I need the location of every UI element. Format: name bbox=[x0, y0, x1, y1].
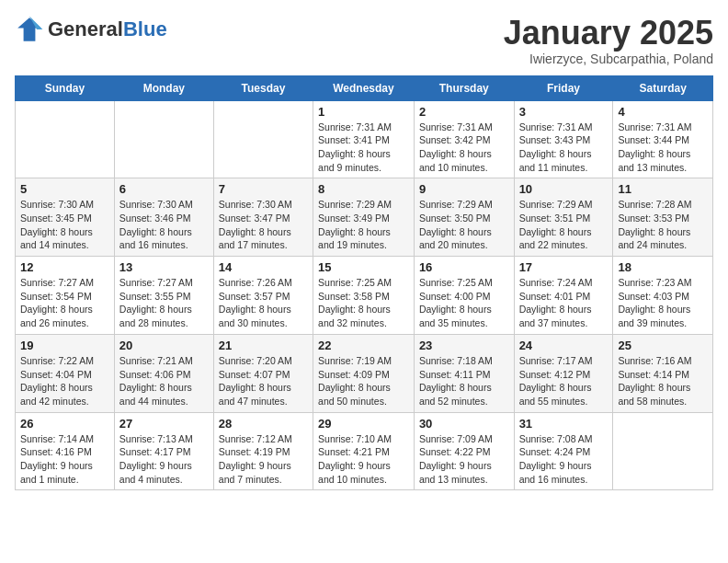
week-row-2: 5Sunrise: 7:30 AM Sunset: 3:45 PM Daylig… bbox=[16, 178, 713, 257]
day-number: 27 bbox=[119, 417, 209, 431]
week-row-4: 19Sunrise: 7:22 AM Sunset: 4:04 PM Dayli… bbox=[16, 334, 713, 412]
day-detail: Sunrise: 7:29 AM Sunset: 3:50 PM Dayligh… bbox=[419, 198, 509, 252]
day-detail: Sunrise: 7:29 AM Sunset: 3:51 PM Dayligh… bbox=[519, 198, 609, 252]
day-detail: Sunrise: 7:31 AM Sunset: 3:41 PM Dayligh… bbox=[318, 121, 409, 175]
day-cell: 28Sunrise: 7:12 AM Sunset: 4:19 PM Dayli… bbox=[213, 412, 313, 490]
day-number: 5 bbox=[20, 182, 109, 196]
day-number: 2 bbox=[419, 105, 509, 119]
day-cell: 7Sunrise: 7:30 AM Sunset: 3:47 PM Daylig… bbox=[213, 178, 313, 257]
page-header: GeneralBlue January 2025 Iwierzyce, Subc… bbox=[15, 15, 713, 66]
day-number: 1 bbox=[318, 105, 409, 119]
day-number: 15 bbox=[318, 260, 409, 274]
day-detail: Sunrise: 7:13 AM Sunset: 4:17 PM Dayligh… bbox=[119, 432, 209, 487]
day-detail: Sunrise: 7:08 AM Sunset: 4:24 PM Dayligh… bbox=[519, 432, 609, 487]
day-number: 22 bbox=[318, 339, 409, 352]
day-detail: Sunrise: 7:18 AM Sunset: 4:11 PM Dayligh… bbox=[419, 354, 509, 408]
day-detail: Sunrise: 7:21 AM Sunset: 4:06 PM Dayligh… bbox=[119, 354, 209, 408]
day-number: 19 bbox=[20, 339, 109, 352]
day-cell: 19Sunrise: 7:22 AM Sunset: 4:04 PM Dayli… bbox=[16, 334, 115, 412]
day-cell: 8Sunrise: 7:29 AM Sunset: 3:49 PM Daylig… bbox=[313, 178, 415, 257]
day-detail: Sunrise: 7:12 AM Sunset: 4:19 PM Dayligh… bbox=[219, 432, 308, 487]
day-cell: 18Sunrise: 7:23 AM Sunset: 4:03 PM Dayli… bbox=[613, 257, 713, 335]
title-block: January 2025 Iwierzyce, Subcarpathia, Po… bbox=[504, 15, 713, 66]
calendar-header: SundayMondayTuesdayWednesdayThursdayFrid… bbox=[16, 75, 713, 100]
day-number: 23 bbox=[419, 339, 509, 352]
day-cell: 27Sunrise: 7:13 AM Sunset: 4:17 PM Dayli… bbox=[114, 412, 213, 490]
day-detail: Sunrise: 7:30 AM Sunset: 3:47 PM Dayligh… bbox=[219, 198, 308, 252]
day-number: 28 bbox=[219, 417, 308, 431]
calendar-table: SundayMondayTuesdayWednesdayThursdayFrid… bbox=[15, 75, 713, 491]
day-detail: Sunrise: 7:23 AM Sunset: 4:03 PM Dayligh… bbox=[618, 276, 708, 330]
day-detail: Sunrise: 7:28 AM Sunset: 3:53 PM Dayligh… bbox=[618, 198, 708, 252]
day-number: 10 bbox=[519, 182, 609, 196]
day-number: 29 bbox=[318, 417, 409, 431]
header-cell-tuesday: Tuesday bbox=[213, 75, 313, 100]
day-cell: 15Sunrise: 7:25 AM Sunset: 3:58 PM Dayli… bbox=[313, 257, 415, 335]
day-cell: 11Sunrise: 7:28 AM Sunset: 3:53 PM Dayli… bbox=[613, 178, 713, 257]
week-row-3: 12Sunrise: 7:27 AM Sunset: 3:54 PM Dayli… bbox=[16, 257, 713, 335]
header-cell-friday: Friday bbox=[514, 75, 613, 100]
day-cell: 2Sunrise: 7:31 AM Sunset: 3:42 PM Daylig… bbox=[414, 100, 514, 178]
day-detail: Sunrise: 7:30 AM Sunset: 3:46 PM Dayligh… bbox=[119, 198, 209, 252]
day-cell: 6Sunrise: 7:30 AM Sunset: 3:46 PM Daylig… bbox=[114, 178, 213, 257]
header-cell-saturday: Saturday bbox=[613, 75, 713, 100]
day-detail: Sunrise: 7:16 AM Sunset: 4:14 PM Dayligh… bbox=[618, 354, 708, 408]
day-number: 14 bbox=[219, 260, 308, 274]
day-number: 26 bbox=[20, 417, 109, 431]
day-cell bbox=[613, 412, 713, 490]
day-cell: 24Sunrise: 7:17 AM Sunset: 4:12 PM Dayli… bbox=[514, 334, 613, 412]
day-detail: Sunrise: 7:27 AM Sunset: 3:55 PM Dayligh… bbox=[119, 276, 209, 330]
day-number: 4 bbox=[618, 105, 708, 119]
day-detail: Sunrise: 7:31 AM Sunset: 3:43 PM Dayligh… bbox=[519, 121, 609, 175]
week-row-5: 26Sunrise: 7:14 AM Sunset: 4:16 PM Dayli… bbox=[16, 412, 713, 490]
day-detail: Sunrise: 7:31 AM Sunset: 3:42 PM Dayligh… bbox=[419, 121, 509, 175]
day-cell: 9Sunrise: 7:29 AM Sunset: 3:50 PM Daylig… bbox=[414, 178, 514, 257]
logo-icon bbox=[15, 15, 44, 44]
day-number: 12 bbox=[20, 260, 109, 274]
day-detail: Sunrise: 7:24 AM Sunset: 4:01 PM Dayligh… bbox=[519, 276, 609, 330]
day-number: 6 bbox=[119, 182, 209, 196]
day-detail: Sunrise: 7:10 AM Sunset: 4:21 PM Dayligh… bbox=[318, 432, 409, 487]
day-detail: Sunrise: 7:27 AM Sunset: 3:54 PM Dayligh… bbox=[20, 276, 109, 330]
day-cell bbox=[16, 100, 115, 178]
logo-blue-text: Blue bbox=[123, 17, 167, 40]
day-number: 17 bbox=[519, 260, 609, 274]
day-cell: 30Sunrise: 7:09 AM Sunset: 4:22 PM Dayli… bbox=[414, 412, 514, 490]
header-cell-wednesday: Wednesday bbox=[313, 75, 415, 100]
day-cell: 10Sunrise: 7:29 AM Sunset: 3:51 PM Dayli… bbox=[514, 178, 613, 257]
day-detail: Sunrise: 7:22 AM Sunset: 4:04 PM Dayligh… bbox=[20, 354, 109, 408]
day-detail: Sunrise: 7:30 AM Sunset: 3:45 PM Dayligh… bbox=[20, 198, 109, 252]
day-cell: 31Sunrise: 7:08 AM Sunset: 4:24 PM Dayli… bbox=[514, 412, 613, 490]
day-cell: 13Sunrise: 7:27 AM Sunset: 3:55 PM Dayli… bbox=[114, 257, 213, 335]
day-cell bbox=[213, 100, 313, 178]
day-detail: Sunrise: 7:31 AM Sunset: 3:44 PM Dayligh… bbox=[618, 121, 708, 175]
day-detail: Sunrise: 7:19 AM Sunset: 4:09 PM Dayligh… bbox=[318, 354, 409, 408]
day-number: 8 bbox=[318, 182, 409, 196]
day-number: 3 bbox=[519, 105, 609, 119]
day-detail: Sunrise: 7:25 AM Sunset: 4:00 PM Dayligh… bbox=[419, 276, 509, 330]
day-number: 9 bbox=[419, 182, 509, 196]
day-number: 18 bbox=[618, 260, 708, 274]
day-number: 24 bbox=[519, 339, 609, 352]
week-row-1: 1Sunrise: 7:31 AM Sunset: 3:41 PM Daylig… bbox=[16, 100, 713, 178]
header-cell-thursday: Thursday bbox=[414, 75, 514, 100]
day-detail: Sunrise: 7:26 AM Sunset: 3:57 PM Dayligh… bbox=[219, 276, 308, 330]
day-number: 20 bbox=[119, 339, 209, 352]
day-number: 13 bbox=[119, 260, 209, 274]
logo: GeneralBlue bbox=[15, 15, 167, 44]
day-cell: 29Sunrise: 7:10 AM Sunset: 4:21 PM Dayli… bbox=[313, 412, 415, 490]
header-cell-monday: Monday bbox=[114, 75, 213, 100]
day-cell: 3Sunrise: 7:31 AM Sunset: 3:43 PM Daylig… bbox=[514, 100, 613, 178]
day-detail: Sunrise: 7:29 AM Sunset: 3:49 PM Dayligh… bbox=[318, 198, 409, 252]
day-cell: 5Sunrise: 7:30 AM Sunset: 3:45 PM Daylig… bbox=[16, 178, 115, 257]
day-number: 16 bbox=[419, 260, 509, 274]
day-number: 25 bbox=[618, 339, 708, 352]
day-detail: Sunrise: 7:25 AM Sunset: 3:58 PM Dayligh… bbox=[318, 276, 409, 330]
day-cell bbox=[114, 100, 213, 178]
day-detail: Sunrise: 7:09 AM Sunset: 4:22 PM Dayligh… bbox=[419, 432, 509, 487]
day-number: 7 bbox=[219, 182, 308, 196]
day-detail: Sunrise: 7:20 AM Sunset: 4:07 PM Dayligh… bbox=[219, 354, 308, 408]
header-row: SundayMondayTuesdayWednesdayThursdayFrid… bbox=[16, 75, 713, 100]
day-number: 21 bbox=[219, 339, 308, 352]
day-cell: 1Sunrise: 7:31 AM Sunset: 3:41 PM Daylig… bbox=[313, 100, 415, 178]
